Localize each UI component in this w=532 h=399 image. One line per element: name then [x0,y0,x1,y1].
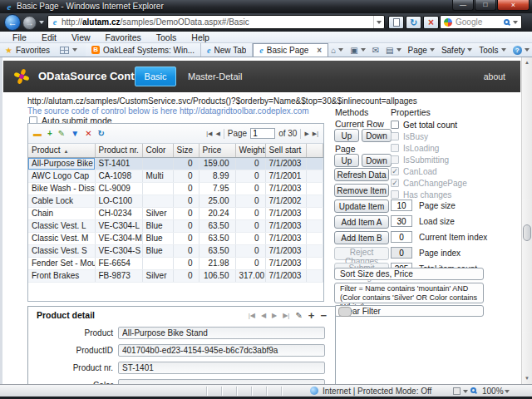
address-dropdown-icon[interactable] [373,16,384,28]
back-button[interactable]: ← [4,14,21,31]
page-scrollbar[interactable]: ▲ ▼ [521,57,532,384]
column-header-sell-start[interactable]: Sell start [265,144,306,157]
page-menu[interactable]: Page [406,46,437,55]
table-row[interactable]: Classic Vest. MVE-C304-MBlue063.5007/1/2… [28,232,323,244]
refresh-data-button[interactable]: Refresh Data [334,168,389,181]
compatibility-view-button[interactable] [388,16,404,29]
table-row[interactable]: Fender Set - MountainFE-6654021.9807/1/2… [28,257,323,269]
compatibility-status-icon[interactable] [453,387,461,395]
stop-button[interactable]: × [423,16,439,29]
quick-tabs-button[interactable] [55,43,82,57]
column-header-color[interactable]: Color [142,144,173,157]
column-header-size[interactable]: Size [173,144,199,157]
update-item-button[interactable]: Update Item [334,200,389,213]
search-icon[interactable] [504,19,510,25]
first-page-icon[interactable]: |◀ [206,131,212,137]
table-row[interactable]: AWC Logo CapCA-1098Multi08.9907/1/2001 [28,170,323,182]
maximize-button[interactable]: □ [475,0,496,11]
print-icon[interactable]: ▤ [383,46,403,55]
menu-tools[interactable]: Tools [149,32,185,42]
clear-filter-button[interactable]: Clear Filter [334,305,484,317]
page-down-button[interactable]: Down [362,154,392,167]
next-page-icon[interactable]: ▶ [304,131,308,137]
prev-record-icon[interactable]: ◀ [261,312,266,319]
zoom-dropdown-icon[interactable] [505,390,510,393]
last-page-icon[interactable]: ▶| [313,131,318,137]
history-dropdown-icon[interactable] [39,21,44,24]
scroll-down-icon[interactable]: ▼ [522,373,532,384]
productid-input[interactable] [118,344,325,357]
column-header-product-nr[interactable]: Product nr. [95,144,142,157]
refresh-icon[interactable]: ↻ [98,130,105,138]
tab-basic[interactable]: Basic [135,66,176,86]
menu-view[interactable]: View [64,32,98,42]
menu-favorites[interactable]: Favorites [98,32,149,42]
prev-page-icon[interactable]: ◀ [215,131,219,137]
forward-button[interactable]: → [22,16,37,30]
clear-filter-icon[interactable]: ✕ [85,130,91,138]
page-size-input[interactable] [391,200,412,211]
help-icon[interactable]: ? [510,46,532,55]
tab-master-detail[interactable]: Master-Detail [188,66,242,86]
safety-menu[interactable]: Safety [439,46,475,55]
tab-basic-page[interactable]: eBasic Page× [253,43,328,57]
get-total-count-checkbox[interactable] [391,121,399,129]
current-row-up-button[interactable]: Up [334,129,359,142]
home-icon[interactable]: ⌂ [328,46,346,55]
last-record-icon[interactable]: ▶| [283,312,289,319]
next-record-icon[interactable]: ▶ [272,312,277,319]
zoom-icon[interactable] [470,387,476,393]
address-url[interactable]: http://alutam.cz/samples/DemoOData.aspx#… [62,17,373,27]
menu-file[interactable]: File [5,32,34,42]
table-row[interactable]: Cable LockLO-C100025.0007/1/2002 [28,195,323,207]
delete-row-icon[interactable]: ▬ [33,130,42,138]
menu-edit[interactable]: Edit [34,32,64,42]
page-up-button[interactable]: Up [334,154,359,167]
edit-record-icon[interactable]: ✎ [295,311,302,320]
filter-button[interactable]: Filter = Name contains 'mountain' AND (C… [334,283,484,303]
edit-row-icon[interactable]: ✎ [58,130,65,138]
favorites-button[interactable]: ★ Favorites [0,43,55,57]
column-header-weight[interactable]: Weight [235,144,265,157]
table-row[interactable]: All-Purpose Bike StandST-14010159.0007/1… [28,157,323,170]
table-row[interactable]: Bike Wash - DissolverCL-900907.9507/1/20… [28,182,323,195]
table-row[interactable]: Classic Vest. SVE-C304-SBlue063.5007/1/2… [28,244,323,257]
filter-icon[interactable]: ▼ [71,130,79,138]
remove-record-icon[interactable]: − [320,309,327,322]
feeds-icon[interactable]: ▣ [347,46,367,55]
scroll-up-icon[interactable]: ▲ [522,57,532,68]
zoom-level[interactable]: 100% [482,385,504,397]
minimize-button[interactable]: — [452,0,474,11]
tab-oakleaf-systems-win[interactable]: BOakLeaf Systems: Win... [86,43,201,57]
current-row-down-button[interactable]: Down [362,129,392,142]
page-index-input[interactable] [391,247,412,259]
add-row-icon[interactable]: + [47,130,52,138]
address-bar[interactable]: e http://alutam.cz/samples/DemoOData.asp… [47,15,385,29]
column-header-price[interactable]: Price [199,144,235,157]
remove-item-button[interactable]: Remove Item [334,184,389,197]
add-item-b-button[interactable]: Add Item B [334,231,389,244]
scrollbar-thumb[interactable] [523,224,531,241]
refresh-button[interactable]: ↻ [406,16,421,29]
tools-menu[interactable]: Tools [476,46,508,55]
product-input[interactable] [118,327,325,339]
search-dropdown-icon[interactable] [513,21,518,24]
page-number-input[interactable] [250,128,275,139]
menu-help[interactable]: Help [184,32,217,42]
about-link[interactable]: about [484,61,505,92]
table-row[interactable]: ChainCH-0234Silver020.2407/1/2003 [28,207,323,219]
table-row[interactable]: Front BrakesFB-9873Silver0106.50317.007/… [28,269,323,282]
table-row[interactable]: Classic Vest. LVE-C304-LBlue063.5007/1/2… [28,219,323,232]
add-record-icon[interactable]: + [308,309,315,322]
product-nr-input[interactable] [118,362,325,374]
column-header-product[interactable]: Product▲ [28,144,95,157]
close-button[interactable]: × [497,0,530,11]
compatibility-status-caret[interactable] [463,390,468,393]
add-item-a-button[interactable]: Add Item A [334,215,389,229]
tab-close-icon[interactable]: × [312,46,322,55]
current-item-index-input[interactable] [391,231,412,243]
load-size-input[interactable] [391,215,412,227]
read-mail-icon[interactable]: ✉ [370,46,382,55]
tab-new-tab[interactable]: eNew Tab [201,43,253,57]
search-box[interactable]: Google [440,15,522,29]
